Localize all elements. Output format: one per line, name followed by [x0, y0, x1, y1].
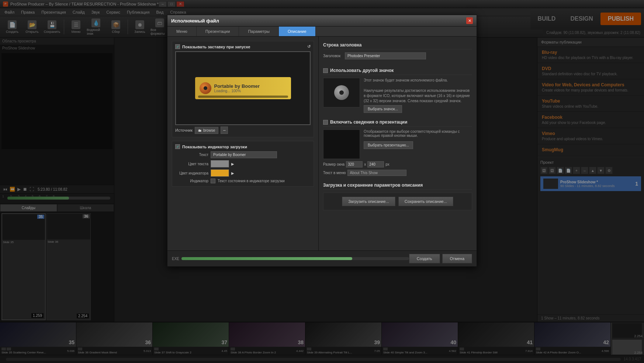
text-color-arrow[interactable]: ▶	[231, 162, 234, 166]
dialog-right-panel: Строка заголовка Заголовок Использовать …	[319, 37, 477, 250]
text-color-row: Цвет текста ▶	[175, 160, 311, 167]
icon-right: Этот значок будет значком исполняемого ф…	[364, 78, 472, 113]
dialog-title: Исполняемый файл	[171, 18, 219, 24]
icon-disc-inner	[339, 90, 344, 95]
present-content: Отображается при выборе соответствующей …	[323, 129, 472, 159]
present-section-header: Включить сведения о презентации	[323, 118, 472, 127]
cancel-button[interactable]: Отмена	[442, 254, 472, 263]
save-description-button[interactable]: Сохранить описание...	[398, 197, 453, 206]
present-checkbox[interactable]	[323, 120, 328, 125]
progress-icon	[200, 82, 211, 94]
progress-text: Portable by Boomer Loading... 100%	[214, 83, 260, 93]
loading-section: Показывать индикатор загрузки Текст Цвет…	[172, 141, 314, 187]
load-content: Загрузить описание... Сохранить описание…	[323, 193, 472, 210]
menu-text-row: Текст в меню	[323, 170, 472, 176]
icon-description: Этот значок будет значком исполняемого ф…	[364, 78, 472, 104]
title-field-input[interactable]	[345, 52, 426, 59]
source-row: Источник 🖿 browse –	[175, 127, 311, 134]
load-section: Загрузка и сохранение параметров описани…	[323, 181, 472, 210]
size-height-input[interactable]	[367, 161, 384, 167]
text-row: Текст	[175, 151, 311, 158]
indicator-color-swatch[interactable]	[211, 169, 229, 177]
title-section: Строка заголовка Заголовок	[323, 41, 472, 61]
icon-preview	[323, 78, 360, 107]
choose-icon-button[interactable]: Выбрать значок...	[364, 105, 402, 113]
create-button[interactable]: Создать	[409, 254, 440, 263]
dialog-tab-menu[interactable]: Меню	[167, 27, 197, 36]
text-input[interactable]	[211, 151, 277, 158]
modal-overlay: Исполняемый файл ✕ Меню Презентации Пара…	[0, 0, 644, 363]
menu-text-input[interactable]	[347, 170, 406, 176]
indicator-state-checkbox[interactable]	[211, 179, 215, 183]
icon-section: Использовать другой значок Этот значок б…	[323, 66, 472, 113]
splash-checkbox[interactable]	[175, 44, 180, 49]
load-description-button[interactable]: Загрузить описание...	[342, 197, 395, 206]
icon-disc	[334, 85, 349, 100]
present-section: Включить сведения о презентации Отобража…	[323, 118, 472, 176]
size-width-input[interactable]	[346, 161, 363, 167]
text-color-swatch[interactable]	[211, 160, 229, 167]
footer-progress-fill	[181, 257, 352, 260]
browse-icon: 🖿	[198, 128, 202, 132]
source-minus-button[interactable]: –	[221, 127, 228, 134]
footer-buttons: Создать Отмена	[409, 254, 472, 263]
dialog-close-button[interactable]: ✕	[466, 17, 473, 24]
indicator-row: Индикатор Текст состояния в индикаторе з…	[175, 179, 311, 183]
browse-button[interactable]: 🖿 browse	[195, 127, 218, 134]
size-row: Размер окна x px	[323, 161, 472, 167]
progress-bar-outer	[198, 96, 288, 98]
splash-section: Показывать заставку при запуске ↺ Porta	[172, 41, 314, 137]
dialog-left-panel: Показывать заставку при запуске ↺ Porta	[167, 37, 319, 250]
footer-progress-bar	[181, 257, 409, 260]
dialog-tab-description[interactable]: Описание	[279, 27, 316, 36]
title-section-header: Строка заголовка	[323, 41, 472, 49]
dialog-tab-presentations[interactable]: Презентации	[197, 27, 239, 36]
dialog-tabs: Меню Презентации Параметры Описание	[167, 27, 477, 37]
dialog-footer: EXE Создать Отмена	[167, 250, 477, 266]
indicator-color-arrow[interactable]: ▶	[231, 171, 234, 175]
icon-checkbox[interactable]	[323, 68, 328, 73]
present-preview	[323, 129, 360, 159]
title-field-row: Заголовок	[323, 52, 472, 59]
load-section-header: Загрузка и сохранение параметров описани…	[323, 181, 472, 190]
icon-content: Этот значок будет значком исполняемого ф…	[323, 78, 472, 113]
splash-header: Показывать заставку при запуске ↺	[175, 44, 311, 49]
footer-timeline: EXE	[172, 257, 409, 261]
dialog: Исполняемый файл ✕ Меню Презентации Пара…	[167, 15, 477, 267]
progress-bar-inner	[198, 96, 288, 98]
loading-checkbox[interactable]	[175, 144, 180, 149]
dialog-body: Показывать заставку при запуске ↺ Porta	[167, 37, 477, 250]
dialog-tab-parameters[interactable]: Параметры	[239, 27, 279, 36]
reset-button[interactable]: ↺	[307, 44, 311, 49]
dialog-titlebar: Исполняемый файл ✕	[167, 15, 477, 27]
progress-inner: Portable by Boomer Loading... 100%	[195, 77, 291, 99]
indicator-color-row: Цвет индикатора ▶	[175, 169, 311, 177]
loading-header: Показывать индикатор загрузки	[175, 144, 311, 149]
icon-section-header: Использовать другой значок	[323, 66, 472, 75]
progress-display: Portable by Boomer Loading... 100%	[175, 51, 311, 125]
present-right: Отображается при выборе соответствующей …	[364, 129, 472, 149]
choose-presentation-button[interactable]: Выбрать презентацию...	[364, 141, 413, 149]
